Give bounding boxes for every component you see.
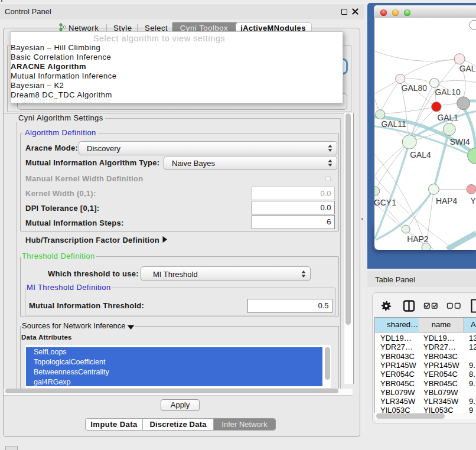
svg-text:GAL4: GAL4	[410, 150, 431, 159]
svg-text:GCY1: GCY1	[374, 198, 396, 207]
svg-text:GAL80: GAL80	[402, 83, 428, 93]
svg-text:HAP2: HAP2	[407, 234, 429, 244]
svg-text:GAL10: GAL10	[435, 87, 461, 97]
svg-text:GAL2: GAL2	[459, 64, 476, 73]
svg-text:YI: YI	[471, 196, 476, 206]
svg-text:GAL1: GAL1	[437, 113, 458, 122]
svg-text:HAP4: HAP4	[436, 196, 458, 206]
svg-text:GAL11: GAL11	[381, 119, 406, 129]
svg-text:SWI4: SWI4	[450, 137, 470, 146]
